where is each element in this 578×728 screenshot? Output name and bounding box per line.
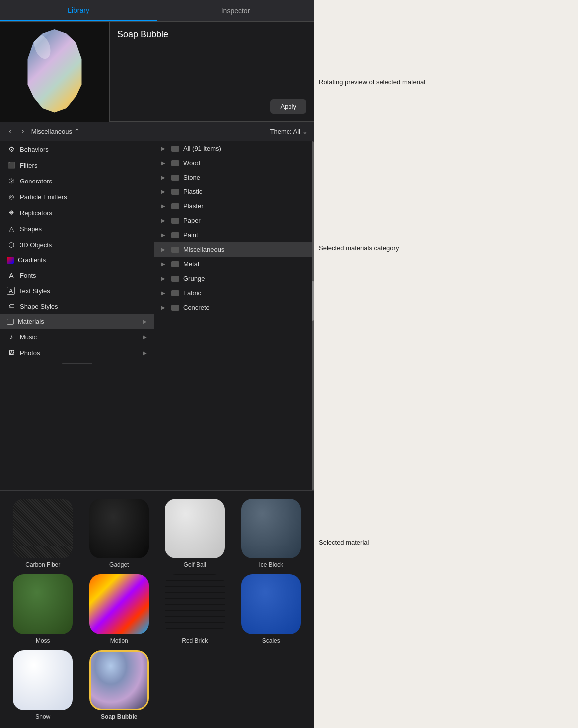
sidebar-item-label: Shape Styles bbox=[20, 303, 147, 310]
sidebar-item-label: Generators bbox=[20, 178, 147, 185]
sidebar-item-text-styles[interactable]: A Text Styles bbox=[0, 283, 154, 298]
chevron-right-icon: ▶ bbox=[161, 276, 165, 281]
category-item-grunge[interactable]: ▶ Grunge bbox=[154, 271, 314, 286]
generators-icon: ② bbox=[7, 177, 16, 185]
materials-icon bbox=[7, 319, 14, 325]
chevron-up-icon: ⌃ bbox=[74, 128, 80, 135]
annotation-text: Rotating preview of selected material bbox=[319, 77, 425, 87]
material-label: Ice Block bbox=[259, 561, 283, 568]
apply-button[interactable]: Apply bbox=[270, 99, 306, 114]
sidebar-item-particle-emitters[interactable]: ◎ Particle Emitters bbox=[0, 189, 154, 205]
theme-selector[interactable]: Theme: All ⌄ bbox=[270, 128, 308, 135]
chevron-right-icon: ▶ bbox=[161, 203, 165, 209]
sidebar-item-shapes[interactable]: △ Shapes bbox=[0, 221, 154, 237]
category-selector[interactable]: Miscellaneous ⌃ bbox=[31, 128, 80, 135]
category-item-plaster[interactable]: ▶ Plaster bbox=[154, 199, 314, 213]
preview-title: Soap Bubble bbox=[117, 29, 306, 40]
sidebar-item-3d-objects[interactable]: ⬡ 3D Objects bbox=[0, 237, 154, 253]
sidebar-item-photos[interactable]: 🖼 Photos ▶ bbox=[0, 345, 154, 361]
category-folder-icon bbox=[171, 146, 179, 152]
material-label: Gadget bbox=[109, 561, 129, 568]
forward-button[interactable]: › bbox=[18, 126, 27, 137]
material-item-gadget[interactable]: Gadget bbox=[84, 499, 154, 568]
shapes-icon: △ bbox=[7, 224, 16, 233]
sidebar-item-materials[interactable]: Materials ▶ bbox=[0, 314, 154, 329]
material-item-snow[interactable]: Snow bbox=[8, 650, 78, 720]
category-folder-icon bbox=[171, 305, 179, 311]
preview-actions: Apply bbox=[117, 99, 306, 114]
material-item-ice-block[interactable]: Ice Block bbox=[236, 499, 306, 568]
material-thumbnail bbox=[89, 574, 149, 634]
category-label: Grunge bbox=[183, 275, 205, 282]
material-item-red-brick[interactable]: Red Brick bbox=[160, 574, 230, 644]
sidebar-item-generators[interactable]: ② Generators bbox=[0, 173, 154, 189]
category-item-stone[interactable]: ▶ Stone bbox=[154, 170, 314, 184]
material-item-golf-ball[interactable]: Golf Ball bbox=[160, 499, 230, 568]
category-item-fabric[interactable]: ▶ Fabric bbox=[154, 286, 314, 300]
material-thumbnail bbox=[241, 499, 301, 558]
material-thumbnail bbox=[241, 574, 301, 634]
filters-icon: ⬛ bbox=[7, 161, 16, 170]
particle-emitters-icon: ◎ bbox=[7, 192, 16, 201]
category-item-wood[interactable]: ▶ Wood bbox=[154, 156, 314, 170]
material-item-moss[interactable]: Moss bbox=[8, 574, 78, 644]
material-label: Carbon Fiber bbox=[25, 561, 60, 568]
category-folder-icon bbox=[171, 189, 179, 195]
category-item-paper[interactable]: ▶ Paper bbox=[154, 213, 314, 228]
preview-info: Soap Bubble Apply bbox=[110, 22, 314, 121]
sidebar-item-label: Materials bbox=[18, 318, 139, 325]
sidebar-item-label: Photos bbox=[20, 349, 139, 357]
sidebar-item-filters[interactable]: ⬛ Filters bbox=[0, 157, 154, 173]
sidebar-item-label: 3D Objects bbox=[20, 241, 147, 249]
chevron-right-icon: ▶ bbox=[161, 232, 165, 238]
shape-styles-icon: 🏷 bbox=[7, 302, 16, 311]
tab-bar: Library Inspector bbox=[0, 0, 314, 22]
tab-library[interactable]: Library bbox=[0, 0, 157, 21]
sidebar-item-label: Music bbox=[20, 333, 139, 341]
material-thumbnail bbox=[13, 499, 73, 558]
right-panel: Rotating preview of selected material Se… bbox=[314, 0, 578, 728]
category-item-all[interactable]: ▶ All (91 items) bbox=[154, 141, 314, 156]
fonts-icon: A bbox=[7, 271, 16, 280]
chevron-right-icon: ▶ bbox=[161, 160, 165, 166]
main-content: ⚙ Behaviors ⬛ Filters ② Generators ◎ Par… bbox=[0, 141, 314, 490]
sidebar-item-label: Text Styles bbox=[19, 287, 147, 295]
replicators-icon: ❋ bbox=[7, 208, 16, 217]
sidebar-item-shape-styles[interactable]: 🏷 Shape Styles bbox=[0, 298, 154, 314]
material-item-motion[interactable]: Motion bbox=[84, 574, 154, 644]
material-item-scales[interactable]: Scales bbox=[236, 574, 306, 644]
material-item-soap-bubble[interactable]: Soap Bubble bbox=[84, 650, 154, 720]
sidebar-item-behaviors[interactable]: ⚙ Behaviors bbox=[0, 141, 154, 157]
category-item-miscellaneous[interactable]: ▶ Miscellaneous bbox=[154, 242, 314, 257]
annotation-selected-material: Selected material bbox=[319, 539, 369, 546]
annotation-text: Selected material bbox=[319, 539, 369, 546]
tab-inspector[interactable]: Inspector bbox=[157, 0, 314, 21]
material-item-carbon-fiber[interactable]: Carbon Fiber bbox=[8, 499, 78, 568]
chevron-right-icon: › bbox=[21, 127, 24, 135]
separator bbox=[62, 363, 92, 364]
category-item-metal[interactable]: ▶ Metal bbox=[154, 257, 314, 271]
material-label: Soap Bubble bbox=[101, 713, 137, 720]
sidebar-item-fonts[interactable]: A Fonts bbox=[0, 267, 154, 283]
chevron-right-icon: ▶ bbox=[161, 175, 165, 180]
category-folder-icon bbox=[171, 261, 179, 267]
chevron-right-icon: ▶ bbox=[161, 305, 165, 310]
annotation-text: Selected materials category bbox=[319, 244, 399, 252]
back-button[interactable]: ‹ bbox=[6, 126, 14, 137]
category-label: Miscellaneous bbox=[183, 246, 224, 253]
material-thumbnail-selected bbox=[89, 650, 149, 710]
sidebar-item-music[interactable]: ♪ Music ▶ bbox=[0, 329, 154, 345]
category-folder-icon bbox=[171, 247, 179, 253]
material-thumbnail bbox=[165, 499, 225, 558]
chevron-right-icon: ▶ bbox=[161, 189, 165, 194]
category-item-concrete[interactable]: ▶ Concrete bbox=[154, 300, 314, 315]
sidebar-item-replicators[interactable]: ❋ Replicators bbox=[0, 205, 154, 221]
category-label: Plaster bbox=[183, 202, 203, 210]
category-item-plastic[interactable]: ▶ Plastic bbox=[154, 184, 314, 199]
category-item-paint[interactable]: ▶ Paint bbox=[154, 228, 314, 242]
annotation-selected-category: Selected materials category bbox=[319, 244, 399, 252]
sidebar-item-gradients[interactable]: Gradients bbox=[0, 253, 154, 267]
toolbar: ‹ › Miscellaneous ⌃ Theme: All ⌄ bbox=[0, 122, 314, 141]
chevron-right-icon: ▶ bbox=[161, 146, 165, 151]
text-styles-icon: A bbox=[7, 287, 15, 295]
